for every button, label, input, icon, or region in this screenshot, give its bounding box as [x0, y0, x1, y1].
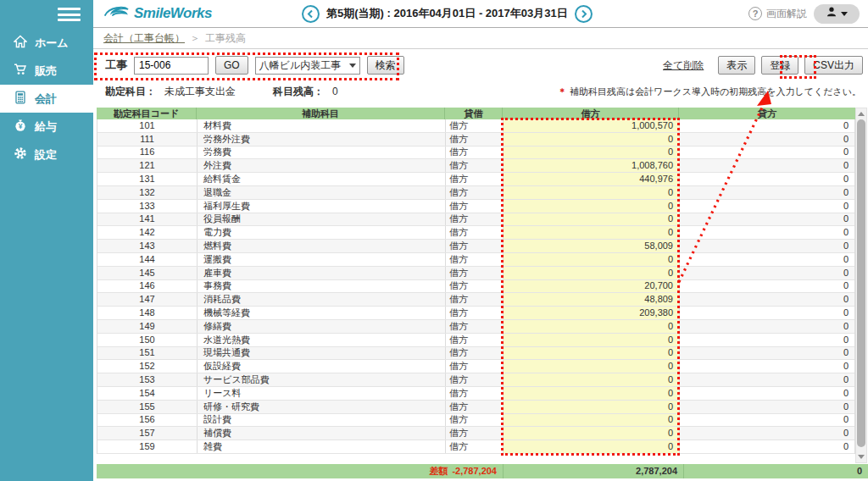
scrollbar-thumb[interactable]	[857, 119, 865, 447]
register-button[interactable]: 登録	[761, 56, 798, 75]
debit-input-cell[interactable]: 0	[504, 320, 680, 333]
fiscal-period-label: 第5期(当期) : 2016年04月01日 - 2017年03月31日	[326, 6, 568, 21]
debit-input-cell[interactable]: 0	[504, 186, 680, 199]
debit-input-cell[interactable]: 0	[504, 387, 680, 400]
prev-period-icon[interactable]	[302, 5, 320, 23]
debit-input-cell[interactable]: 48,809	[504, 293, 680, 306]
credit-cell: 0	[680, 173, 856, 185]
filter-row: 工事 GO 八幡ビル内装工事 検索 全て削除 表示 登録 CSV出力	[93, 49, 868, 81]
subaccount-name-cell: 福利厚生費	[198, 200, 446, 213]
project-select[interactable]: 八幡ビル内装工事	[255, 57, 360, 75]
go-button[interactable]: GO	[215, 56, 248, 75]
debit-input-cell[interactable]: 0	[504, 267, 680, 279]
table-header: 勘定科目コード 補助科目 貸借 借方 貸方	[97, 108, 855, 119]
table-row: 147消耗品費借方48,8090	[97, 293, 854, 307]
project-code-input[interactable]	[134, 57, 209, 75]
balance-value: 0	[332, 86, 338, 97]
header-credit: 貸方	[679, 108, 855, 119]
account-code-cell: 145	[97, 267, 198, 279]
debit-input-cell[interactable]: 20,700	[504, 280, 680, 293]
sidebar-item-label: 販売	[35, 64, 57, 79]
topbar: SmileWorks 第5期(当期) : 2016年04月01日 - 2017年…	[93, 0, 868, 28]
debit-input-cell[interactable]: 0	[504, 360, 680, 373]
credit-cell: 0	[680, 133, 856, 146]
table-row: 143燃料費借方58,0090	[97, 240, 854, 253]
next-period-icon[interactable]	[575, 5, 593, 23]
credit-total-cell: 0	[683, 464, 868, 478]
debit-input-cell[interactable]: 1,000,570	[504, 119, 680, 132]
credit-cell: 0	[680, 360, 856, 373]
csv-export-button[interactable]: CSV出力	[804, 56, 863, 75]
debit-input-cell[interactable]: 0	[504, 133, 680, 146]
difference-value: -2,787,204	[452, 467, 497, 476]
account-code-cell: 156	[97, 414, 198, 427]
debit-input-cell[interactable]: 0	[504, 213, 680, 226]
project-filter-group: 工事 GO 八幡ビル内装工事 検索	[105, 56, 404, 75]
sidebar-item-accounting[interactable]: 会計	[0, 85, 93, 113]
account-label: 勘定科目：	[105, 85, 156, 99]
delete-all-link[interactable]: 全て削除	[663, 58, 704, 73]
account-value: 未成工事支出金	[164, 85, 236, 99]
credit-cell: 0	[680, 159, 856, 172]
screen-help-button[interactable]: ? 画面解説	[748, 7, 807, 21]
debit-input-cell[interactable]: 0	[504, 147, 680, 159]
sidebar-item-sales[interactable]: 販売	[0, 57, 93, 85]
credit-cell: 0	[680, 147, 856, 159]
sidebar: ホーム 販売 会計 ¥ 給与 設定	[0, 0, 93, 481]
debit-input-cell[interactable]: 0	[504, 253, 680, 266]
dc-cell: 借方	[446, 280, 504, 293]
sidebar-item-payroll[interactable]: ¥ 給与	[0, 113, 93, 141]
dc-cell: 借方	[446, 226, 504, 239]
credit-cell: 0	[680, 427, 856, 440]
breadcrumb-link[interactable]: 会計（工事台帳）	[103, 31, 185, 46]
debit-input-cell[interactable]: 0	[504, 347, 680, 360]
header-subaccount: 補助科目	[197, 108, 445, 119]
table-row: 116労務費借方00	[97, 147, 854, 160]
dc-cell: 借方	[446, 159, 504, 172]
debit-input-cell[interactable]: 0	[504, 427, 680, 440]
breadcrumb-separator: ＞	[190, 31, 200, 46]
sidebar-item-home[interactable]: ホーム	[0, 29, 93, 57]
totals-row: 差額 -2,787,204 2,787,204 0	[97, 464, 868, 478]
sidebar-item-settings[interactable]: 設定	[0, 141, 93, 169]
vertical-scrollbar[interactable]	[855, 108, 867, 463]
debit-input-cell[interactable]: 440,976	[504, 173, 680, 185]
show-button[interactable]: 表示	[718, 56, 755, 75]
table-body: 101材料費借方1,000,5700111労務外注費借方00116労務費借方00…	[97, 119, 855, 454]
debit-input-cell[interactable]: 0	[504, 200, 680, 213]
dc-cell: 借方	[446, 307, 504, 319]
debit-input-cell[interactable]: 0	[504, 401, 680, 413]
table-row: 132退職金借方00	[97, 186, 854, 200]
help-label: 画面解説	[766, 7, 807, 21]
initial-balance-note: ＊ 補助科目残高は会計ワークス導入時の初期残高を入力してください。	[558, 86, 861, 98]
debit-input-cell[interactable]: 0	[504, 226, 680, 239]
debit-input-cell[interactable]: 0	[504, 414, 680, 427]
debit-input-cell[interactable]: 209,380	[504, 307, 680, 319]
fiscal-period-selector: 第5期(当期) : 2016年04月01日 - 2017年03月31日	[302, 5, 593, 23]
table-row: 150水道光熱費借方00	[97, 334, 854, 347]
debit-input-cell[interactable]: 1,008,760	[504, 159, 680, 172]
user-menu-button[interactable]	[814, 4, 860, 24]
hamburger-menu-icon[interactable]	[58, 8, 81, 21]
subaccount-name-cell: 消耗品費	[198, 293, 446, 306]
debit-input-cell[interactable]: 0	[504, 334, 680, 346]
subaccount-name-cell: 給料賃金	[198, 173, 446, 185]
debit-input-cell[interactable]: 0	[504, 373, 680, 386]
header-account-code: 勘定科目コード	[97, 108, 197, 119]
subaccount-name-cell: 退職金	[198, 186, 446, 199]
account-code-cell: 133	[97, 200, 198, 213]
credit-cell: 0	[680, 186, 856, 199]
dc-cell: 借方	[446, 387, 504, 400]
breadcrumb-current: 工事残高	[205, 31, 246, 46]
credit-cell: 0	[680, 414, 856, 427]
account-code-cell: 142	[97, 226, 198, 239]
scroll-up-icon[interactable]	[856, 108, 866, 119]
credit-cell: 0	[680, 387, 856, 400]
search-button[interactable]: 検索	[367, 56, 404, 75]
scroll-down-icon[interactable]	[856, 451, 866, 462]
header-debit: 借方	[503, 108, 679, 119]
app-logo[interactable]: SmileWorks	[103, 4, 212, 23]
debit-input-cell[interactable]: 0	[504, 440, 680, 453]
sidebar-item-label: 会計	[35, 91, 57, 107]
debit-input-cell[interactable]: 58,009	[504, 240, 680, 252]
